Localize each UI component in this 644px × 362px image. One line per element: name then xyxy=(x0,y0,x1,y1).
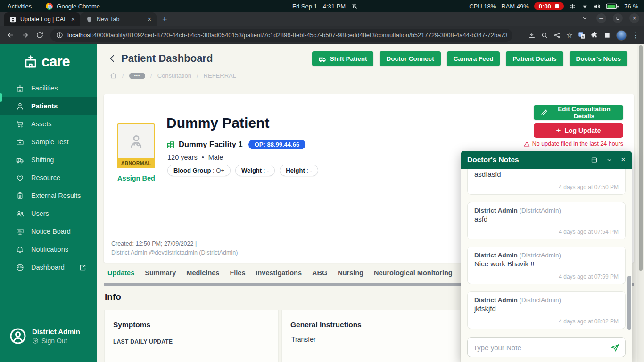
note-message-jkfskjfd: District Admin (DistrictAdmin) jkfskjfd … xyxy=(467,291,626,329)
focused-app-indicator[interactable]: Google Chrome xyxy=(46,3,100,10)
page-title: Patient Dashboard xyxy=(121,52,213,65)
browser-menu-icon[interactable]: ⋮ xyxy=(632,31,639,40)
browser-tab-new-tab[interactable]: New Tab × xyxy=(80,12,157,26)
sidebar-item-users[interactable]: Users xyxy=(0,205,97,222)
user-avatar-icon xyxy=(9,328,26,345)
patient-avatar: ABNORMAL xyxy=(117,123,155,168)
care-favicon-icon xyxy=(9,16,17,23)
sidebar: care Facilities Patients Assets xyxy=(0,44,97,362)
activities-button[interactable]: Activities xyxy=(8,3,32,10)
tab-search-icon[interactable] xyxy=(580,13,590,23)
note-input[interactable] xyxy=(473,344,611,352)
home-icon[interactable] xyxy=(110,72,117,79)
sidebar-item-external-results[interactable]: External Results xyxy=(0,187,97,205)
volume-icon[interactable] xyxy=(594,3,601,10)
page-scrollbar-thumb[interactable] xyxy=(639,45,643,271)
ram-indicator: RAM 49% xyxy=(501,3,529,10)
general-instructions-card: General Instructions Transfer xyxy=(282,310,460,362)
collapse-panel-icon[interactable] xyxy=(606,156,613,164)
breadcrumb-ellipsis[interactable]: ••• xyxy=(129,73,145,79)
consultation-tab-files[interactable]: Files xyxy=(230,269,245,277)
notice-board-icon xyxy=(16,228,24,236)
sidebar-item-sample-test[interactable]: Sample Test xyxy=(0,133,97,151)
page-scrollbar[interactable] xyxy=(637,44,644,362)
new-tab-button[interactable]: + xyxy=(162,15,167,25)
assign-bed-link[interactable]: Assign Bed xyxy=(114,174,158,182)
forward-button[interactable] xyxy=(21,31,29,39)
sidebar-item-patients[interactable]: Patients xyxy=(0,97,97,115)
care-logo-icon xyxy=(24,55,38,69)
edit-consultation-button[interactable]: Edit Consultation Details xyxy=(534,105,623,120)
zoom-icon[interactable] xyxy=(541,32,548,39)
input-method-icon[interactable] xyxy=(569,3,576,10)
sample-test-icon xyxy=(16,138,24,146)
sidebar-item-assets[interactable]: Assets xyxy=(0,115,97,133)
battery-icon[interactable] xyxy=(606,3,619,10)
browser-tabs: Update Log | CARE × New Tab × xyxy=(4,12,157,26)
consultation-tab-nursing[interactable]: Nursing xyxy=(338,269,363,277)
tab-close-icon[interactable]: × xyxy=(70,16,76,23)
consultation-tab-updates[interactable]: Updates xyxy=(107,269,134,277)
sidebar-item-facilities[interactable]: Facilities xyxy=(0,79,97,97)
sidebar-item-notice-board[interactable]: Notice Board xyxy=(0,222,97,240)
consultation-tab-summary[interactable]: Summary xyxy=(145,269,176,277)
sidebar-user-block[interactable]: District Admin Sign Out xyxy=(9,328,80,345)
action-button-patient-details[interactable]: Patient Details xyxy=(506,51,563,66)
consultation-tab-investigations[interactable]: Investigations xyxy=(256,269,302,277)
network-icon[interactable] xyxy=(581,3,588,10)
address-bar[interactable]: localhost:4000/facility/81092ced-8720-44… xyxy=(50,29,512,42)
care-app: care Facilities Patients Assets xyxy=(0,44,644,362)
back-chevron-icon[interactable] xyxy=(107,53,117,64)
action-button-doctor-s-notes[interactable]: Doctor's Notes xyxy=(570,51,627,66)
sidebar-item-resource[interactable]: Resource xyxy=(0,169,97,187)
sidebar-item-dashboard[interactable]: Dashboard xyxy=(0,258,97,276)
consultation-tab-abg[interactable]: ABG xyxy=(312,269,327,277)
doctors-notes-panel: Doctor's Notes × asdfasfd 4 days ago at … xyxy=(461,151,632,362)
sidebar-item-shifting[interactable]: Shifting xyxy=(0,151,97,169)
minimize-button[interactable]: ─ xyxy=(596,13,606,23)
symptoms-card: Symptoms LAST DAILY UPDATE xyxy=(105,310,278,362)
translate-icon[interactable] xyxy=(578,32,586,39)
send-note-icon[interactable] xyxy=(611,343,619,352)
notes-scrollbar[interactable] xyxy=(627,276,631,330)
sign-out-button[interactable]: Sign Out xyxy=(32,337,80,345)
attribute-pill-height: Height : - xyxy=(280,165,318,176)
extensions-icon[interactable] xyxy=(591,32,598,39)
side-panel-icon[interactable] xyxy=(603,32,611,39)
site-info-icon[interactable] xyxy=(56,32,63,39)
close-panel-icon[interactable]: × xyxy=(621,155,626,165)
maximize-button[interactable] xyxy=(613,13,623,23)
tab-close-icon[interactable]: × xyxy=(146,16,153,23)
browser-tab-update-log-care[interactable]: Update Log | CARE × xyxy=(4,12,80,26)
breadcrumb-consultation[interactable]: Consultation xyxy=(157,72,191,79)
patient-name: Dummy Patient xyxy=(166,115,269,131)
system-top-bar: Activities Google Chrome Fri Sep 1 4:31 … xyxy=(0,0,644,12)
action-button-camera-feed[interactable]: Camera Feed xyxy=(447,51,500,66)
op-number-badge: OP: 88.99.44.66 xyxy=(248,140,305,149)
expand-panel-icon[interactable] xyxy=(591,156,598,164)
log-update-button[interactable]: + Log Update xyxy=(534,123,623,138)
back-button[interactable] xyxy=(7,31,15,39)
screen-recording-indicator[interactable]: 0:00 xyxy=(534,2,564,10)
doctor-placeholder-icon xyxy=(118,133,154,149)
care-logo[interactable]: care xyxy=(24,53,70,70)
consultation-tab-neurological-monitoring[interactable]: Neurological Monitoring xyxy=(374,269,453,277)
share-icon[interactable] xyxy=(553,32,561,39)
sidebar-item-notifications[interactable]: Notifications xyxy=(0,240,97,258)
plus-icon: + xyxy=(556,126,561,135)
action-button-shift-patient[interactable]: Shift Patient xyxy=(312,51,374,66)
bookmark-star-icon[interactable]: ☆ xyxy=(566,31,573,40)
time-label: 4:31 PM xyxy=(323,3,346,10)
facility-name: Dummy Facility 1 xyxy=(179,140,243,149)
battery-percent-label: 76 % xyxy=(624,3,638,10)
action-button-doctor-connect[interactable]: Doctor Connect xyxy=(380,51,440,66)
profile-avatar[interactable] xyxy=(616,30,627,41)
assets-icon xyxy=(16,120,24,128)
reload-button[interactable] xyxy=(36,31,44,39)
clock[interactable]: Fri Sep 1 4:31 PM xyxy=(292,0,358,12)
close-window-button[interactable]: × xyxy=(629,13,639,23)
consultation-tab-medicines[interactable]: Medicines xyxy=(186,269,219,277)
symptoms-title: Symptoms xyxy=(113,321,278,329)
install-icon[interactable] xyxy=(528,32,536,39)
doctors-notes-header[interactable]: Doctor's Notes × xyxy=(461,151,632,169)
